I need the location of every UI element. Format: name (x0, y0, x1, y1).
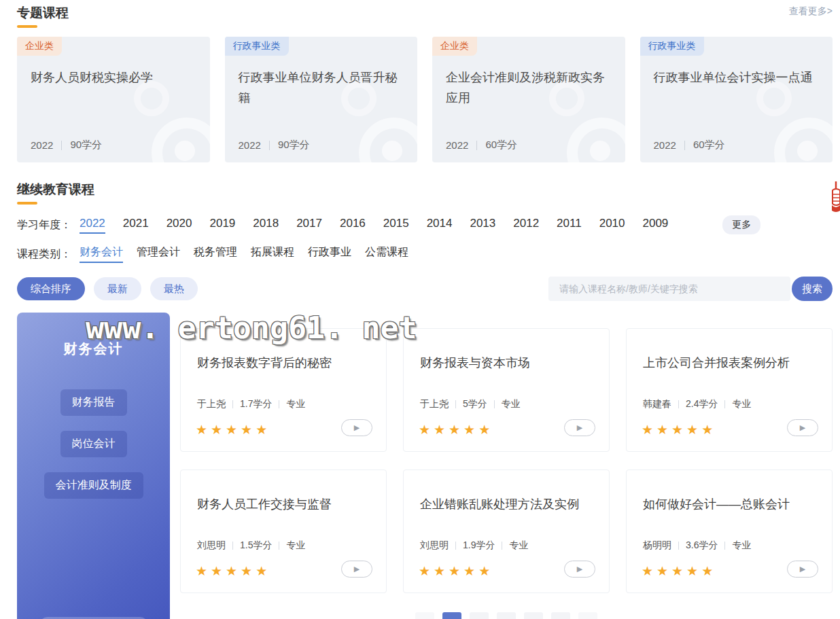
star-rating: ★★★★★ (642, 422, 716, 438)
category-filter-item[interactable]: 管理会计 (137, 245, 180, 263)
course-level: 专业 (502, 398, 521, 410)
play-button[interactable]: ▶ (787, 561, 818, 578)
course-credits: 3.6学分 (686, 540, 718, 552)
year-filter-2009[interactable]: 2009 (643, 217, 669, 234)
decorative-ring (756, 81, 792, 116)
topic-card[interactable]: 行政事业类行政事业单位财务人员晋升秘籍202290学分 (225, 37, 418, 162)
view-more-link[interactable]: 查看更多> (789, 5, 833, 18)
topic-card-tag: 行政事业类 (640, 37, 704, 56)
course-meta: 于上尧1.7学分专业 (197, 398, 305, 410)
course-card[interactable]: 财务报表与资本市场于上尧5学分专业★★★★★▶ (403, 328, 610, 452)
year-filter-2018[interactable]: 2018 (253, 217, 279, 234)
category-filter-item[interactable]: 税务管理 (194, 245, 237, 263)
year-filter-label: 学习年度： (17, 218, 71, 232)
divider (684, 141, 685, 150)
pagination-page-5[interactable]: 5 (551, 612, 570, 619)
play-button[interactable]: ▶ (341, 561, 372, 578)
course-credits: 2.4学分 (686, 398, 718, 410)
sidebar-item[interactable]: 会计准则及制度 (44, 472, 143, 499)
year-filter-2021[interactable]: 2021 (123, 217, 149, 234)
play-button[interactable]: ▶ (787, 419, 818, 436)
sort-option-button[interactable]: 综合排序 (17, 277, 85, 300)
topic-card[interactable]: 企业类财务人员财税实操必学202290学分 (17, 37, 210, 162)
course-meta: 杨明明3.6学分专业 (643, 540, 751, 552)
pagination-prev-button[interactable]: ‹ (415, 612, 434, 619)
year-filter-2016[interactable]: 2016 (340, 217, 366, 234)
course-credits: 5学分 (463, 398, 487, 410)
play-icon: ▶ (577, 565, 582, 573)
topic-section-header: 专题课程 查看更多> (17, 0, 833, 28)
topic-card[interactable]: 行政事业类行政事业单位会计实操一点通202260学分 (640, 37, 833, 162)
course-meta: 韩建春2.4学分专业 (643, 398, 751, 410)
year-filter-2022[interactable]: 2022 (80, 217, 105, 234)
play-button[interactable]: ▶ (341, 419, 372, 436)
decorative-circle (175, 141, 195, 161)
course-level: 专业 (286, 540, 305, 552)
category-filter-item[interactable]: 行政事业 (308, 245, 351, 263)
course-teacher: 刘思明 (197, 540, 226, 552)
course-title: 财务报表数字背后的秘密 (197, 355, 370, 371)
year-filter-2012[interactable]: 2012 (513, 217, 539, 234)
course-card[interactable]: 如何做好会计——总账会计杨明明3.6学分专业★★★★★▶ (626, 470, 833, 593)
divider (279, 400, 279, 408)
year-more-button[interactable]: 更多 (722, 215, 760, 234)
sort-option-button[interactable]: 最新 (94, 277, 141, 300)
pagination-page-2[interactable]: 2 (470, 612, 489, 619)
decorative-circle (797, 141, 818, 161)
topic-card-year: 2022 (654, 139, 676, 151)
decorative-ring (341, 81, 377, 116)
year-filter-2013[interactable]: 2013 (470, 217, 495, 234)
course-title: 如何做好会计——总账会计 (643, 496, 816, 512)
category-filter-item[interactable]: 公需课程 (365, 245, 408, 263)
play-button[interactable]: ▶ (564, 561, 595, 578)
topic-card-credits: 60学分 (485, 139, 517, 152)
year-filter-2020[interactable]: 2020 (167, 217, 192, 234)
topic-card-title: 行政事业单位会计实操一点通 (654, 68, 820, 88)
decorative-ring (134, 81, 169, 116)
course-card[interactable]: 企业错账乱账处理方法及实例刘思明1.9学分专业★★★★★▶ (403, 470, 610, 593)
year-filter-2017[interactable]: 2017 (296, 217, 322, 234)
year-filter-row: 学习年度： 2022202120202019201820172016201520… (17, 215, 833, 234)
topic-card-tag: 行政事业类 (225, 37, 289, 56)
course-meta: 刘思明1.9学分专业 (420, 540, 528, 552)
toolbar: 综合排序最新最热 搜索 (17, 277, 833, 301)
course-credits: 1.7学分 (240, 398, 272, 410)
course-title: 财务人员工作交接与监督 (197, 496, 370, 512)
category-filter-item[interactable]: 拓展课程 (251, 245, 294, 263)
divider (455, 542, 456, 550)
search-button[interactable]: 搜索 (792, 277, 833, 301)
topic-card-title: 企业会计准则及涉税新政实务应用 (446, 68, 612, 108)
course-card[interactable]: 财务人员工作交接与监督刘思明1.5学分专业★★★★★▶ (180, 470, 387, 593)
sidebar-item[interactable]: 岗位会计 (60, 431, 127, 457)
year-filter-2019[interactable]: 2019 (209, 217, 235, 234)
divider (279, 542, 279, 550)
search-input[interactable] (548, 277, 790, 301)
divider (61, 141, 62, 150)
course-teacher: 韩建春 (643, 398, 671, 410)
topic-card[interactable]: 企业类企业会计准则及涉税新政实务应用202260学分 (432, 37, 625, 162)
year-filter-2011[interactable]: 2011 (557, 217, 582, 234)
course-level: 专业 (732, 540, 751, 552)
pagination-next-button[interactable]: › (578, 612, 597, 619)
sidebar-item[interactable]: 财务报告 (60, 389, 127, 416)
category-list: 财务会计管理会计税务管理拓展课程行政事业公需课程 (80, 245, 408, 263)
year-filter-2010[interactable]: 2010 (599, 217, 625, 234)
topic-card-credits: 90学分 (70, 139, 102, 152)
pagination-page-1[interactable]: 1 (442, 612, 461, 619)
topic-card-footer: 202260学分 (654, 139, 725, 152)
pagination-page-3[interactable]: 3 (497, 612, 516, 619)
course-card[interactable]: 财务报表数字背后的秘密于上尧1.7学分专业★★★★★▶ (180, 328, 387, 452)
year-filter-2014[interactable]: 2014 (427, 217, 453, 234)
decorative-circle (382, 141, 402, 161)
course-teacher: 于上尧 (197, 398, 226, 410)
play-icon: ▶ (800, 565, 805, 573)
category-filter-item[interactable]: 财务会计 (80, 245, 123, 263)
pagination-page-4[interactable]: 4 (524, 612, 543, 619)
course-card[interactable]: 上市公司合并报表案例分析韩建春2.4学分专业★★★★★▶ (626, 328, 833, 452)
divider (724, 400, 725, 408)
year-filter-2015[interactable]: 2015 (383, 217, 409, 234)
play-button[interactable]: ▶ (564, 419, 595, 436)
sort-option-button[interactable]: 最热 (150, 277, 198, 300)
star-rating: ★★★★★ (196, 563, 270, 579)
category-filter-row: 课程类别： 财务会计管理会计税务管理拓展课程行政事业公需课程 (17, 245, 833, 263)
